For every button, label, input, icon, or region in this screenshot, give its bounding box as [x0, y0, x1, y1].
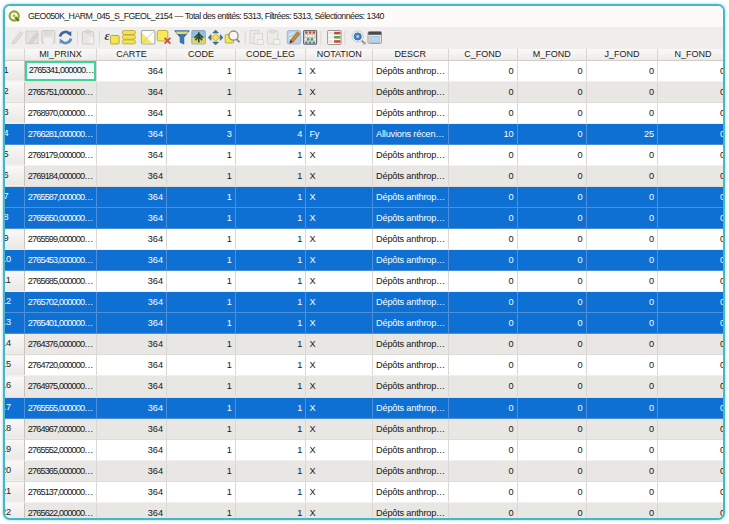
svg-text:ε: ε [105, 29, 111, 43]
